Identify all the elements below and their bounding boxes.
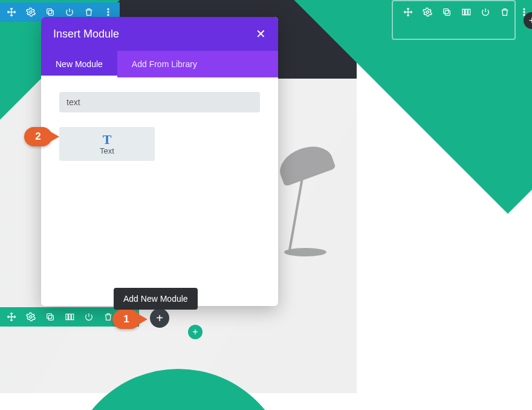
module-label: Text bbox=[100, 146, 114, 155]
close-icon[interactable]: ✕ bbox=[256, 28, 266, 40]
svg-rect-18 bbox=[462, 9, 464, 15]
svg-rect-1 bbox=[48, 10, 53, 15]
insert-module-modal: Insert Module ✕ New Module Add From Libr… bbox=[41, 17, 278, 306]
gear-icon[interactable] bbox=[422, 7, 433, 18]
move-icon[interactable] bbox=[6, 311, 17, 322]
svg-rect-10 bbox=[69, 314, 71, 319]
callout-number: 1 bbox=[123, 313, 129, 325]
tab-label: New Module bbox=[56, 59, 103, 69]
modal-header: Insert Module ✕ bbox=[41, 17, 278, 51]
svg-rect-20 bbox=[468, 9, 470, 15]
svg-point-3 bbox=[108, 8, 109, 10]
svg-rect-19 bbox=[465, 9, 467, 15]
plus-icon: + bbox=[156, 311, 163, 325]
plus-icon: + bbox=[529, 15, 532, 27]
modal-tabs: New Module Add From Library bbox=[41, 51, 278, 77]
svg-point-15 bbox=[426, 11, 429, 13]
tab-label: Add From Library bbox=[132, 59, 197, 69]
duplicate-icon[interactable] bbox=[45, 311, 56, 322]
gear-icon[interactable] bbox=[25, 7, 36, 18]
svg-rect-17 bbox=[444, 9, 449, 14]
module-tile-text[interactable]: T Text bbox=[59, 127, 155, 161]
svg-rect-8 bbox=[47, 314, 52, 319]
svg-rect-16 bbox=[445, 10, 450, 15]
callout-number: 2 bbox=[35, 131, 41, 143]
trash-icon[interactable] bbox=[83, 7, 94, 18]
svg-point-0 bbox=[30, 11, 32, 13]
plus-icon: + bbox=[192, 327, 198, 337]
svg-rect-9 bbox=[66, 314, 68, 319]
svg-point-21 bbox=[524, 8, 525, 10]
callout-1: 1 bbox=[112, 310, 146, 331]
svg-rect-2 bbox=[47, 9, 52, 14]
svg-rect-7 bbox=[48, 315, 53, 320]
columns-icon[interactable] bbox=[64, 311, 75, 322]
more-icon[interactable] bbox=[103, 7, 114, 18]
svg-rect-11 bbox=[71, 314, 73, 319]
duplicate-icon[interactable] bbox=[441, 7, 452, 18]
gear-icon[interactable] bbox=[25, 311, 36, 322]
module-grid: T Text bbox=[59, 127, 260, 161]
power-icon[interactable] bbox=[64, 7, 75, 18]
svg-point-4 bbox=[108, 11, 109, 13]
modal-body: T Text bbox=[41, 77, 278, 306]
add-module-button[interactable]: + bbox=[150, 308, 169, 328]
move-icon[interactable] bbox=[403, 7, 414, 18]
move-icon[interactable] bbox=[6, 7, 17, 18]
duplicate-icon[interactable] bbox=[45, 7, 56, 18]
columns-icon[interactable] bbox=[461, 7, 472, 18]
callout-2: 2 bbox=[24, 127, 58, 149]
power-icon[interactable] bbox=[83, 311, 94, 322]
modal-title: Insert Module bbox=[53, 28, 119, 41]
power-icon[interactable] bbox=[480, 7, 491, 18]
svg-point-6 bbox=[30, 316, 32, 318]
trash-icon[interactable] bbox=[499, 7, 510, 18]
module-search-input[interactable] bbox=[59, 92, 260, 112]
svg-point-22 bbox=[524, 11, 525, 13]
tooltip-text: Add New Module bbox=[123, 294, 188, 304]
text-icon: T bbox=[103, 133, 112, 146]
tab-new-module[interactable]: New Module bbox=[41, 51, 117, 77]
tooltip-add-new-module: Add New Module bbox=[114, 288, 198, 310]
tab-add-from-library[interactable]: Add From Library bbox=[117, 51, 212, 77]
add-row-button[interactable]: + bbox=[188, 325, 203, 339]
svg-point-5 bbox=[108, 15, 109, 16]
row-toolbar-right bbox=[397, 2, 532, 22]
